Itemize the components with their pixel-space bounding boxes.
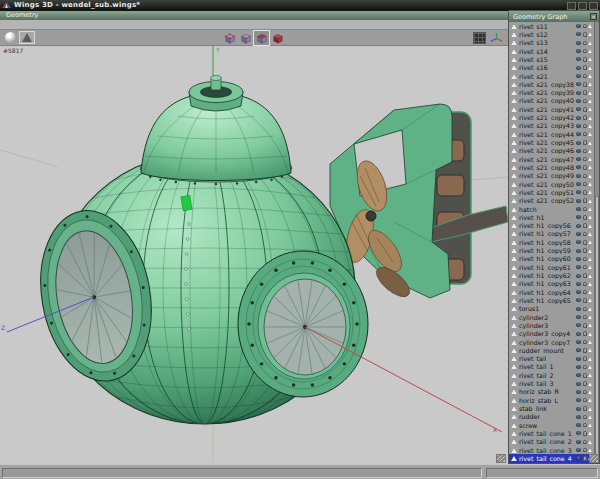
wire-shade-toggle-icon[interactable] [588,182,592,186]
wire-shade-toggle-icon[interactable] [588,24,592,28]
visibility-eye-icon[interactable] [576,82,581,86]
wire-shade-toggle-icon[interactable] [588,274,592,278]
window-control-button[interactable] [567,2,576,10]
wire-shade-toggle-icon[interactable] [588,82,592,86]
smooth-preview-icon[interactable] [2,31,18,44]
lock-icon[interactable] [583,265,587,270]
object-list-item[interactable]: rivet_h1 [509,213,594,221]
object-list-item[interactable]: rivet_tail_cone_1 [509,429,594,437]
lock-icon[interactable] [583,165,587,170]
wire-shade-toggle-icon[interactable] [588,448,592,452]
wire-shade-toggle-icon[interactable] [588,365,592,369]
wire-shade-toggle-icon[interactable] [588,49,592,53]
wire-shade-toggle-icon[interactable] [588,290,592,294]
object-list-item[interactable]: rivet_s16 [509,64,594,72]
lock-icon[interactable] [583,182,587,187]
object-list-item[interactable]: rivet_h1_copy62 [509,271,594,279]
visibility-eye-icon[interactable] [576,282,581,286]
visibility-eye-icon[interactable] [576,274,581,278]
visibility-eye-icon[interactable] [576,232,581,236]
visibility-eye-icon[interactable] [576,431,581,435]
visibility-eye-icon[interactable] [576,199,581,203]
wire-shade-toggle-icon[interactable] [588,390,592,394]
viewport[interactable]: #5817 Y Z X [0,46,508,464]
hatch-dome[interactable] [140,76,292,186]
lock-icon[interactable] [583,248,587,253]
visibility-eye-icon[interactable] [576,107,581,111]
resize-grip-right[interactable] [589,454,599,463]
visibility-eye-icon[interactable] [576,249,581,253]
scrollbar-thumb[interactable] [595,196,599,463]
object-list-item[interactable]: rivet_s21_copy48 [509,163,594,171]
wire-shade-toggle-icon[interactable] [588,66,592,70]
visibility-eye-icon[interactable] [576,265,581,269]
wire-shade-toggle-icon[interactable] [588,174,592,178]
lock-icon[interactable] [583,331,587,336]
visibility-eye-icon[interactable] [576,132,581,136]
object-list-item[interactable]: rivet_tail_3 [509,379,594,387]
lock-icon[interactable] [583,190,587,195]
visibility-eye-icon[interactable] [576,224,581,228]
wire-shade-toggle-icon[interactable] [588,431,592,435]
lock-icon[interactable] [583,223,587,228]
object-list-item[interactable]: cylinder2 [509,313,594,321]
lock-icon[interactable] [583,215,587,220]
object-list-item[interactable]: rivet_h1_copy59 [509,246,594,254]
lock-icon[interactable] [583,448,587,453]
object-list-item[interactable]: rivet_s21_copy44 [509,130,594,138]
visibility-eye-icon[interactable] [576,207,581,211]
object-list-item[interactable]: rivet_s21_copy47 [509,155,594,163]
wire-shade-toggle-icon[interactable] [588,232,592,236]
geometry-graph-header[interactable]: Geometry Graph [509,11,599,22]
visibility-eye-icon[interactable] [576,24,581,28]
wire-shade-toggle-icon[interactable] [588,124,592,128]
wire-shade-toggle-icon[interactable] [588,57,592,61]
lock-icon[interactable] [583,340,587,345]
lock-icon[interactable] [583,198,587,203]
visibility-eye-icon[interactable] [576,382,581,386]
wire-shade-toggle-icon[interactable] [588,423,592,427]
lock-icon[interactable] [583,456,587,461]
lock-icon[interactable] [583,41,587,46]
visibility-eye-icon[interactable] [576,440,581,444]
wire-shade-toggle-icon[interactable] [588,440,592,444]
wire-shade-toggle-icon[interactable] [588,307,592,311]
menu-item[interactable] [55,20,66,29]
visibility-eye-icon[interactable] [576,215,581,219]
object-list-item[interactable]: rivet_h1_copy64 [509,288,594,296]
selection-mode-button[interactable] [254,31,269,45]
wire-shade-toggle-icon[interactable] [588,141,592,145]
object-list-item[interactable]: rivet_h1_copy63 [509,280,594,288]
wire-shade-toggle-icon[interactable] [588,149,592,153]
menu-item[interactable] [22,20,33,29]
selection-mode-button[interactable] [222,31,237,45]
axes-toggle-icon[interactable] [489,31,503,44]
visibility-eye-icon[interactable] [576,174,581,178]
visibility-eye-icon[interactable] [576,456,581,460]
object-list-item[interactable]: cylinder3_copy4 [509,330,594,338]
close-icon[interactable] [590,13,597,20]
visibility-eye-icon[interactable] [576,332,581,336]
object-list-item[interactable]: rivet_h1_copy61 [509,263,594,271]
wire-shade-toggle-icon[interactable] [588,224,592,228]
lock-icon[interactable] [583,57,587,62]
visibility-eye-icon[interactable] [576,315,581,319]
visibility-eye-icon[interactable] [576,41,581,45]
object-list-item[interactable]: rivet_s14 [509,47,594,55]
visibility-eye-icon[interactable] [576,124,581,128]
tail-assembly[interactable] [330,104,508,302]
wire-shade-toggle-icon[interactable] [588,41,592,45]
object-list-item[interactable]: rivet_s21_copy38 [509,80,594,88]
object-list-item[interactable]: rivet_h1_copy60 [509,255,594,263]
lock-icon[interactable] [583,82,587,87]
visibility-eye-icon[interactable] [576,415,581,419]
object-list-item[interactable]: stab_link [509,404,594,412]
object-list-item[interactable]: rivet_s21_copy45 [509,138,594,146]
object-list-item[interactable]: torus1 [509,305,594,313]
object-list-item[interactable]: rivet_s21_copy42 [509,113,594,121]
wire-shade-toggle-icon[interactable] [588,165,592,169]
visibility-eye-icon[interactable] [576,74,581,78]
visibility-eye-icon[interactable] [576,99,581,103]
lock-icon[interactable] [583,406,587,411]
wire-shade-toggle-icon[interactable] [588,340,592,344]
